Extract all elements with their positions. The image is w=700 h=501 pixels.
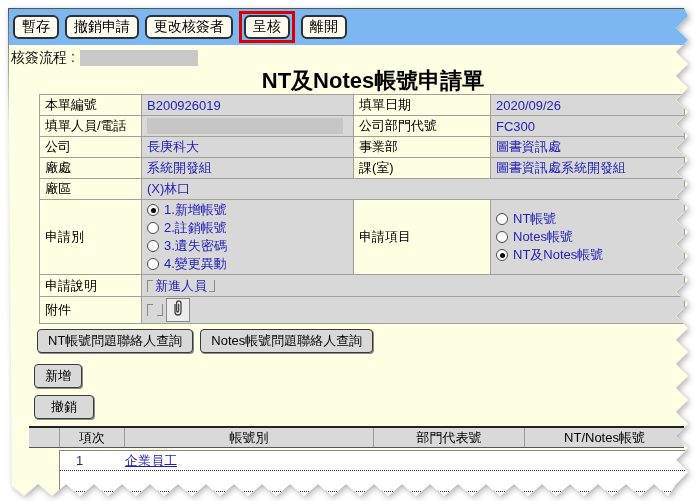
form-row-apply-type: 申請別 1.新增帳號 2.註銷帳號 3.遺失密碼 4.變更異動 申請項目 NT帳… (40, 200, 685, 275)
row-account-type: 企業員工 (125, 452, 374, 470)
accounts-table-header: 項次 帳號別 部門代表號 NT/Notes帳號 (29, 426, 684, 448)
exit-button[interactable]: 離開 (301, 15, 347, 39)
radio-option-label: Notes帳號 (513, 228, 573, 246)
field-open-bracket (147, 280, 153, 292)
table-row: 1 企業員工 (60, 450, 685, 471)
radio-option-new-account[interactable]: 1.新增帳號 (147, 201, 348, 219)
section-value: 圖書資訊處系統開發組 (491, 158, 685, 179)
fill-date-value: 2020/09/26 (491, 95, 685, 116)
form-row-description: 申請說明 新進人員 (40, 275, 685, 297)
highlight-box: 呈核 (239, 11, 295, 43)
form-row-doc-number: 本單編號 B200926019 填單日期 2020/09/26 (40, 95, 685, 116)
header-dept-code: 部門代表號 (373, 428, 524, 447)
form-row-filler: 填單人員/電話 公司部門代號 FC300 (40, 116, 685, 137)
filler-redacted-value (147, 118, 343, 134)
paperclip-icon (171, 299, 185, 317)
approval-flow-label: 核簽流程 : (11, 49, 75, 67)
accounts-table-body: 1 企業員工 (59, 450, 685, 501)
radio-option-label: 3.遺失密碼 (164, 237, 227, 255)
header-seq: 項次 (59, 428, 124, 447)
header-account-type: 帳號別 (124, 428, 373, 447)
account-type-link[interactable]: 企業員工 (125, 453, 177, 468)
toolbar: 暫存 撤銷申請 更改核簽者 呈核 離開 (9, 9, 689, 45)
doc-number-label: 本單編號 (40, 95, 142, 116)
radio-icon (147, 240, 159, 252)
description-value: 新進人員 (155, 278, 207, 293)
withdraw-button[interactable]: 撤銷 (34, 395, 94, 419)
plant-dept-value: 系統開發組 (142, 158, 354, 179)
fill-date-label: 填單日期 (354, 95, 491, 116)
form-row-company: 公司 長庚科大 事業部 圖書資訊處 (40, 137, 685, 158)
withdraw-row: 撤銷 (34, 395, 689, 419)
division-value: 圖書資訊處 (491, 137, 685, 158)
attach-file-button[interactable] (166, 298, 190, 322)
radio-icon (147, 258, 159, 270)
division-label: 事業部 (354, 137, 491, 158)
add-button[interactable]: 新增 (34, 364, 82, 388)
row-seq: 1 (60, 453, 125, 468)
attachment-label: 附件 (40, 297, 142, 324)
field-close-bracket (209, 280, 215, 292)
radio-option-nt-and-notes-account[interactable]: NT及Notes帳號 (496, 246, 679, 264)
application-window-wrapper: 暫存 撤銷申請 更改核簽者 呈核 離開 核簽流程 : NT及Notes帳號申請單… (8, 8, 689, 497)
form-grid: 本單編號 B200926019 填單日期 2020/09/26 填單人員/電話 … (39, 94, 685, 324)
table-row-empty (60, 471, 685, 492)
header-empty-cell (29, 428, 59, 447)
notes-account-contact-query-button[interactable]: Notes帳號問題聯絡人查詢 (200, 329, 373, 353)
form-row-site: 廠區 (X)林口 (40, 179, 685, 200)
filler-phone-value (142, 116, 354, 137)
add-row: 新增 (34, 364, 689, 388)
apply-type-label: 申請別 (40, 200, 142, 275)
doc-number-value: B200926019 (142, 95, 354, 116)
accounts-table: 項次 帳號別 部門代表號 NT/Notes帳號 1 企業員工 (29, 426, 684, 501)
apply-type-options: 1.新增帳號 2.註銷帳號 3.遺失密碼 4.變更異動 (142, 200, 354, 275)
approval-flow-line: 核簽流程 : (11, 48, 689, 68)
company-value: 長庚科大 (142, 137, 354, 158)
description-field[interactable]: 新進人員 (142, 275, 685, 297)
company-label: 公司 (40, 137, 142, 158)
company-dept-code-label: 公司部門代號 (354, 116, 491, 137)
header-nt-notes-account: NT/Notes帳號 (524, 428, 684, 447)
radio-selected-icon (147, 204, 159, 216)
submit-for-approval-button[interactable]: 呈核 (244, 15, 290, 39)
site-label: 廠區 (40, 179, 142, 200)
nt-account-contact-query-button[interactable]: NT帳號問題聯絡人查詢 (37, 329, 193, 353)
contact-buttons-row: NT帳號問題聯絡人查詢 Notes帳號問題聯絡人查詢 (37, 329, 689, 353)
radio-option-change[interactable]: 4.變更異動 (147, 255, 348, 273)
site-value: (X)林口 (142, 179, 685, 200)
radio-option-label: 1.新增帳號 (164, 201, 227, 219)
page-title: NT及Notes帳號申請單 (9, 66, 689, 92)
radio-option-label: 4.變更異動 (164, 255, 227, 273)
apply-item-options: NT帳號 Notes帳號 NT及Notes帳號 (491, 200, 685, 275)
radio-option-label: NT帳號 (513, 210, 556, 228)
radio-icon (496, 213, 508, 225)
radio-option-notes-account[interactable]: Notes帳號 (496, 228, 679, 246)
save-draft-button[interactable]: 暫存 (13, 15, 59, 39)
description-label: 申請說明 (40, 275, 142, 297)
plant-dept-label: 廠處 (40, 158, 142, 179)
radio-option-nt-account[interactable]: NT帳號 (496, 210, 679, 228)
radio-icon (496, 231, 508, 243)
radio-icon (147, 222, 159, 234)
apply-item-label: 申請項目 (354, 200, 491, 275)
approval-flow-redacted-value (80, 50, 198, 66)
radio-selected-icon (496, 249, 508, 261)
form-row-attachment: 附件 (40, 297, 685, 324)
form-row-plant: 廠處 系統開發組 課(室) 圖書資訊處系統開發組 (40, 158, 685, 179)
attachment-field[interactable] (142, 297, 685, 324)
radio-option-label: NT及Notes帳號 (513, 246, 603, 264)
cancel-application-button[interactable]: 撤銷申請 (65, 15, 139, 39)
radio-option-label: 2.註銷帳號 (164, 219, 227, 237)
field-close-bracket (157, 304, 163, 316)
change-approver-button[interactable]: 更改核簽者 (145, 15, 233, 39)
section-label: 課(室) (354, 158, 491, 179)
radio-option-delete-account[interactable]: 2.註銷帳號 (147, 219, 348, 237)
filler-phone-label: 填單人員/電話 (40, 116, 142, 137)
application-window: 暫存 撤銷申請 更改核簽者 呈核 離開 核簽流程 : NT及Notes帳號申請單… (8, 8, 689, 497)
field-open-bracket (147, 304, 153, 316)
radio-option-lost-password[interactable]: 3.遺失密碼 (147, 237, 348, 255)
company-dept-code-value: FC300 (491, 116, 685, 137)
